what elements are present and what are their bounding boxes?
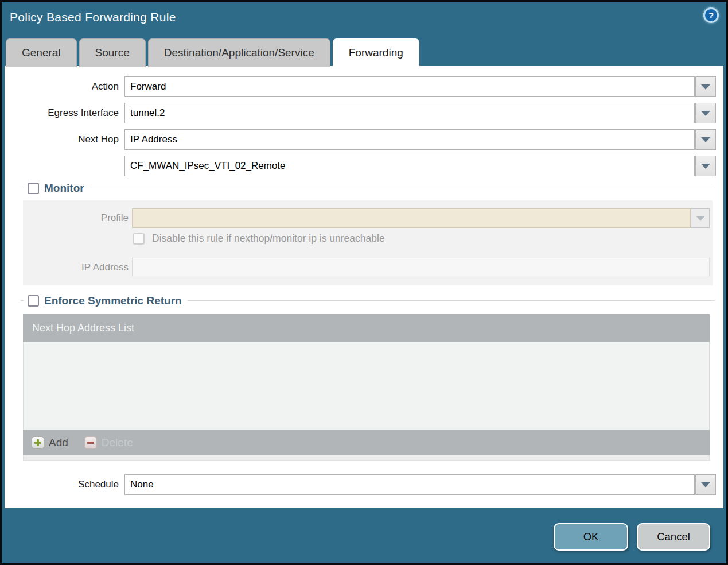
tab-general[interactable]: General [6,38,77,67]
chevron-down-icon [701,111,710,116]
monitor-ip-address-field [132,258,710,276]
chevron-down-icon [701,164,710,169]
add-button-label: Add [49,436,68,449]
monitor-section-legend: Monitor [24,180,90,196]
add-button[interactable]: Add [32,436,68,449]
action-dropdown-button[interactable] [695,76,716,97]
help-icon[interactable]: ? [703,7,719,23]
plus-icon [32,436,44,449]
egress-interface-label: Egress Interface [5,103,119,123]
ok-button[interactable]: OK [554,523,628,551]
next-hop-select[interactable]: IP Address [124,129,716,150]
chevron-down-icon [701,84,710,90]
chevron-down-icon [701,137,710,142]
monitor-checkbox[interactable] [28,183,39,194]
next-hop-address-list-table: Next Hop Address List Add Delete [23,314,710,461]
monitor-ip-address-label: IP Address [23,258,129,277]
monitor-section-title: Monitor [44,182,84,195]
dialog-title: Policy Based Forwarding Rule [10,10,176,24]
next-hop-address-dropdown-button[interactable] [695,156,716,176]
schedule-value[interactable]: None [124,474,695,495]
next-hop-label: Next Hop [5,129,119,150]
action-label: Action [5,76,119,97]
chevron-down-icon [701,482,710,487]
tab-forwarding[interactable]: Forwarding [333,38,419,67]
tab-destination-application-service[interactable]: Destination/Application/Service [148,38,330,67]
next-hop-value[interactable]: IP Address [124,129,695,150]
delete-button-label: Delete [102,436,133,449]
next-hop-dropdown-button[interactable] [695,129,716,150]
schedule-select[interactable]: None [124,474,716,495]
enforce-symmetric-return-title: Enforce Symmetric Return [44,295,182,307]
action-select[interactable]: Forward [124,76,716,97]
enforce-symmetric-return-checkbox[interactable] [28,295,39,307]
profile-label: Profile [23,208,129,228]
next-hop-address-select[interactable]: CF_MWAN_IPsec_VTI_02_Remote [124,156,716,176]
profile-value [132,208,691,228]
profile-dropdown-button [691,208,710,228]
table-scroll-strip [23,455,710,461]
delete-button: Delete [84,436,133,449]
minus-icon [84,436,97,449]
schedule-dropdown-button[interactable] [695,474,716,495]
next-hop-address-value[interactable]: CF_MWAN_IPsec_VTI_02_Remote [124,156,695,176]
enforce-symmetric-return-legend: Enforce Symmetric Return [24,293,188,308]
schedule-label: Schedule [5,474,119,495]
disable-rule-label: Disable this rule if nexthop/monitor ip … [152,233,385,245]
next-hop-address-list-body[interactable] [23,342,710,430]
monitor-section-body: Profile Disable this rule if nexthop/mon… [23,200,713,285]
next-hop-address-list-toolbar: Add Delete [23,430,710,455]
chevron-down-icon [696,216,705,221]
profile-select [132,208,710,228]
tab-source[interactable]: Source [79,38,146,67]
egress-interface-dropdown-button[interactable] [695,103,716,123]
cancel-button[interactable]: Cancel [637,523,710,551]
policy-based-forwarding-dialog: Policy Based Forwarding Rule ? General S… [0,0,728,565]
egress-interface-select[interactable]: tunnel.2 [124,103,716,123]
next-hop-address-list-header: Next Hop Address List [23,314,710,342]
egress-interface-value[interactable]: tunnel.2 [124,103,695,123]
disable-rule-checkbox [133,233,145,245]
action-value[interactable]: Forward [124,76,695,97]
disable-rule-row: Disable this rule if nexthop/monitor ip … [133,233,385,245]
forwarding-tab-panel: Action Forward Egress Interface tunnel.2… [5,66,723,508]
tab-bar: General Source Destination/Application/S… [6,38,419,67]
monitor-section-border [21,188,715,188]
